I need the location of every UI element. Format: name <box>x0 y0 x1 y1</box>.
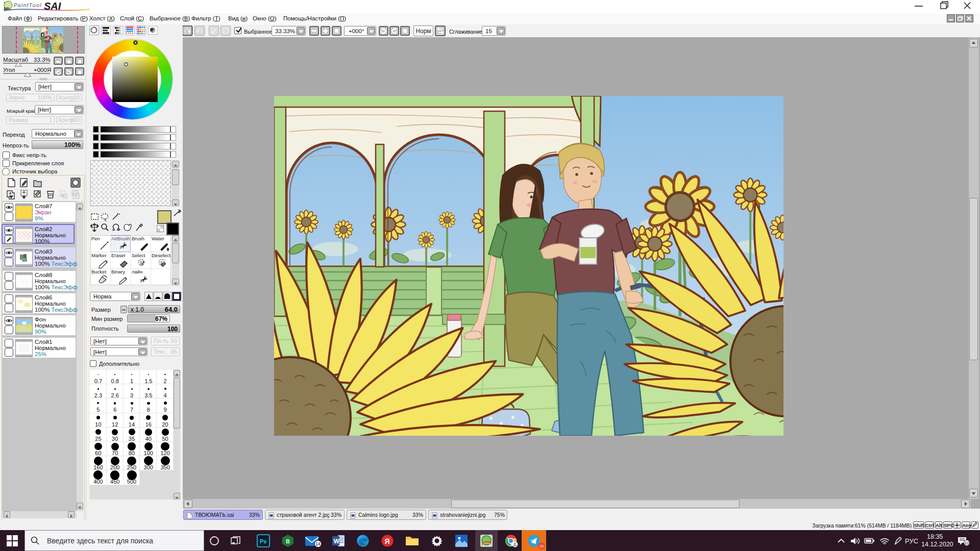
svg-text:S: S <box>140 261 142 264</box>
svg-text:W: W <box>334 538 340 545</box>
svg-text:Ps: Ps <box>260 538 266 544</box>
svg-text:PaintTool: PaintTool <box>14 2 42 8</box>
svg-text:14: 14 <box>315 541 321 546</box>
svg-text:SAI: SAI <box>44 1 61 12</box>
svg-text:12: 12 <box>965 541 969 545</box>
svg-text:B: B <box>286 538 290 544</box>
svg-text:Я: Я <box>385 537 390 545</box>
svg-text:20: 20 <box>540 544 544 548</box>
svg-text:S: S <box>160 261 163 264</box>
